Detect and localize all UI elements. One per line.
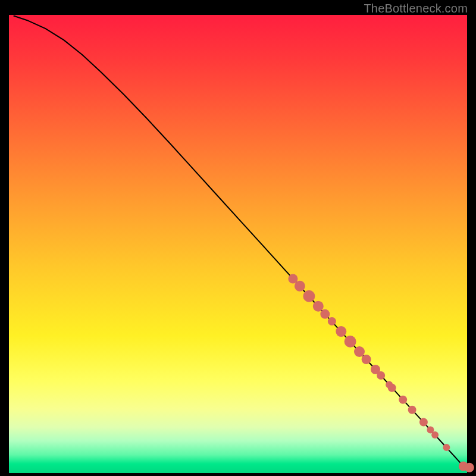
data-point: [419, 418, 428, 427]
data-point: [303, 290, 315, 302]
watermark-text: TheBottleneck.com: [364, 2, 468, 15]
data-point: [295, 281, 305, 292]
data-point: [336, 326, 346, 337]
data-point: [313, 301, 324, 312]
data-point: [345, 336, 356, 347]
data-point: [408, 406, 416, 414]
scatter-points: [288, 274, 474, 472]
chart-area: [9, 15, 467, 473]
data-point: [388, 384, 396, 392]
data-point: [431, 431, 439, 439]
data-point: [320, 309, 330, 319]
data-point: [354, 346, 365, 357]
data-point: [362, 355, 371, 364]
data-point: [328, 317, 336, 325]
data-point: [465, 463, 474, 472]
data-point: [399, 396, 407, 404]
data-point: [377, 371, 385, 380]
chart-svg: [9, 15, 467, 473]
trend-curve: [14, 16, 463, 465]
data-point: [443, 444, 450, 451]
